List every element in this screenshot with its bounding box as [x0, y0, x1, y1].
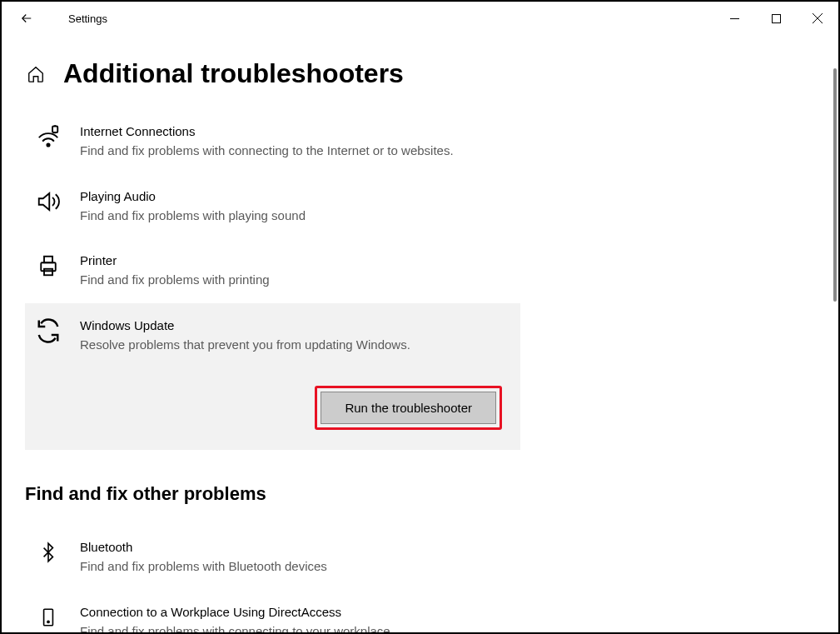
home-icon — [27, 65, 45, 83]
minimize-icon — [730, 14, 739, 23]
troubleshooter-title: Connection to a Workplace Using DirectAc… — [80, 603, 510, 621]
other-troubleshooter-list: Bluetooth Find and fix problems with Blu… — [25, 525, 520, 634]
scrollbar[interactable] — [833, 68, 837, 302]
close-icon — [813, 13, 823, 23]
titlebar: Settings — [2, 2, 838, 35]
troubleshooter-item-internet[interactable]: Internet Connections Find and fix proble… — [25, 109, 520, 174]
speaker-icon — [32, 187, 65, 226]
back-arrow-icon — [19, 11, 34, 26]
printer-icon — [32, 252, 65, 290]
svg-rect-4 — [44, 257, 52, 263]
troubleshooter-desc: Find and fix problems with playing sound — [80, 207, 510, 226]
close-button[interactable] — [797, 2, 838, 35]
page-header: Additional troubleshooters — [25, 58, 838, 89]
troubleshooter-desc: Find and fix problems with printing — [80, 271, 510, 290]
refresh-icon — [32, 317, 65, 355]
troubleshooter-desc: Find and fix problems with Bluetooth dev… — [80, 557, 510, 577]
highlight-annotation: Run the troubleshooter — [315, 386, 502, 430]
troubleshooter-title: Bluetooth — [80, 538, 510, 556]
svg-point-1 — [47, 143, 49, 146]
troubleshooter-title: Printer — [80, 252, 510, 269]
troubleshooter-title: Internet Connections — [80, 122, 510, 140]
window-title: Settings — [68, 12, 107, 25]
troubleshooter-item-directaccess[interactable]: Connection to a Workplace Using DirectAc… — [25, 590, 520, 635]
troubleshooter-desc: Find and fix problems with connecting to… — [80, 622, 510, 635]
troubleshooter-desc: Find and fix problems with connecting to… — [80, 142, 510, 161]
page-title: Additional troubleshooters — [63, 58, 404, 89]
troubleshooter-desc: Resolve problems that prevent you from u… — [80, 336, 510, 355]
svg-rect-2 — [52, 127, 57, 133]
svg-rect-3 — [41, 262, 56, 271]
troubleshooter-list: Internet Connections Find and fix proble… — [25, 109, 520, 450]
svg-rect-5 — [44, 269, 52, 276]
troubleshooter-title: Windows Update — [80, 317, 510, 334]
maximize-icon — [772, 14, 781, 23]
minimize-button[interactable] — [713, 2, 755, 35]
troubleshooter-item-windows-update[interactable]: Windows Update Resolve problems that pre… — [25, 303, 520, 451]
troubleshooter-item-bluetooth[interactable]: Bluetooth Find and fix problems with Blu… — [25, 525, 520, 590]
troubleshooter-item-audio[interactable]: Playing Audio Find and fix problems with… — [25, 174, 520, 239]
window-controls — [713, 2, 838, 35]
svg-point-7 — [47, 621, 49, 622]
maximize-button[interactable] — [755, 2, 797, 35]
back-button[interactable] — [10, 2, 43, 35]
run-troubleshooter-button[interactable]: Run the troubleshooter — [321, 392, 496, 424]
svg-rect-0 — [772, 14, 780, 22]
content-area: Additional troubleshooters Internet Conn… — [2, 58, 838, 634]
home-button[interactable] — [25, 65, 47, 83]
troubleshooter-title: Playing Audio — [80, 187, 510, 205]
bluetooth-icon — [32, 538, 65, 577]
wifi-icon — [32, 122, 65, 161]
device-icon — [32, 603, 65, 635]
troubleshooter-item-printer[interactable]: Printer Find and fix problems with print… — [25, 238, 520, 303]
section-heading: Find and fix other problems — [25, 483, 838, 505]
